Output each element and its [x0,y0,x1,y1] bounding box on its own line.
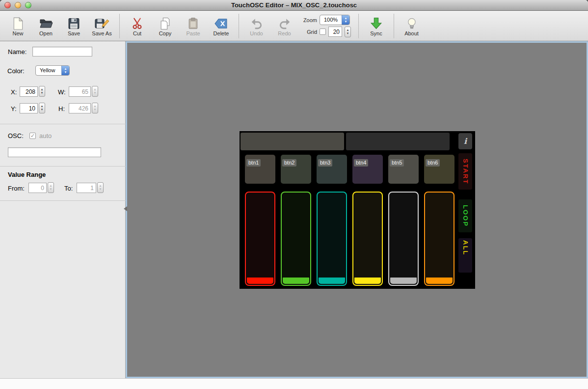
button-btn1[interactable]: btn1 [245,155,275,184]
fader-white[interactable] [388,192,419,286]
fader-teal[interactable] [317,192,347,286]
paste-button[interactable]: Paste [179,16,207,36]
from-input[interactable] [28,183,47,193]
button-btn3[interactable]: btn3 [317,155,347,184]
zoom-select[interactable]: 100% ▲ ▼ [320,15,350,25]
down-arrow-icon: ▼ [50,188,53,191]
grid-checkbox[interactable] [320,28,326,35]
h-input[interactable] [69,103,91,113]
info-button[interactable]: i [458,133,472,149]
close-button[interactable] [4,2,11,8]
cut-button[interactable]: Cut [123,16,151,36]
open-button[interactable]: Open [32,16,60,36]
down-arrow-icon: ▼ [94,91,97,95]
to-label: To: [64,185,73,192]
down-arrow-icon: ▼ [41,108,44,111]
x-stepper[interactable]: ▲ ▼ [39,86,45,97]
sync-button[interactable]: Sync [362,16,390,36]
zoom-window-button[interactable] [25,2,31,8]
toggle-all-label: ALL [462,240,469,255]
up-arrow-icon: ▲ [41,88,44,91]
save-label: Save [68,30,80,36]
y-stepper[interactable]: ▲ ▼ [39,103,45,113]
color-value: Yellow [36,66,61,75]
fader-yellow[interactable] [352,192,383,286]
osc-auto-checkbox[interactable]: ✓ [29,133,36,139]
minimize-button[interactable] [15,2,21,8]
down-arrow-icon: ▼ [347,32,349,35]
w-input[interactable] [69,86,91,97]
color-select[interactable]: Yellow ▲ ▼ [35,65,70,76]
color-select-stepper: ▲ ▼ [61,66,69,75]
divider [0,166,126,167]
fader-red[interactable] [245,192,275,286]
sync-label: Sync [370,30,382,36]
h-stepper[interactable]: ▲ ▼ [92,103,98,113]
fader-fill [319,278,345,284]
w-label: W: [58,88,66,96]
fader-green[interactable] [281,192,311,286]
save-floppy-icon [68,16,80,30]
traffic-lights [4,2,31,8]
toggle-loop[interactable]: LOOP [458,199,472,232]
osc-address-input[interactable] [8,147,101,157]
down-arrow-icon: ▼ [94,108,97,111]
touchosc-layout-panel[interactable]: i btn1 btn2 btn3 btn4 btn5 btn6 START [240,131,475,289]
toolbar: New Open Save Save As Cut [0,11,588,41]
zoom-stepper: ▲ ▼ [342,15,349,25]
button-btn6[interactable]: btn6 [424,155,454,184]
w-stepper[interactable]: ▲ ▼ [92,86,98,97]
y-input[interactable] [20,103,38,113]
fader-fill [247,278,273,284]
redo-button[interactable]: Redo [270,16,298,36]
toggle-start[interactable]: START [458,153,472,190]
layout-tab-1[interactable] [241,133,344,150]
from-stepper[interactable]: ▲ ▼ [48,182,54,193]
open-folder-icon [39,16,53,30]
grid-size-stepper[interactable]: ▲ ▼ [345,27,351,37]
fader-orange[interactable] [424,192,454,286]
fader-fill [283,278,309,284]
about-lightbulb-icon [406,16,417,30]
inspector-panel: Name: Color: Yellow ▲ ▼ X: ▲ ▼ W: ▲ ▼ [0,41,126,378]
grid-size-input[interactable] [328,27,342,37]
button-btn2[interactable]: btn2 [281,155,311,184]
cut-scissors-icon [132,16,143,30]
value-range-title: Value Range [8,171,46,178]
delete-button[interactable]: Delete [207,16,235,36]
toggle-all[interactable]: ALL [458,238,472,273]
button-label: btn2 [282,159,296,167]
save-as-floppy-pencil-icon [95,16,109,30]
sidebar-collapse-handle[interactable] [124,206,127,211]
layout-tab-2[interactable] [346,133,450,150]
save-button[interactable]: Save [60,16,88,36]
up-arrow-icon: ▲ [94,105,97,108]
button-btn4[interactable]: btn4 [352,155,383,184]
undo-button[interactable]: Undo [242,16,270,36]
new-label: New [12,30,23,36]
to-stepper[interactable]: ▲ ▼ [97,182,104,193]
to-input[interactable] [77,183,96,193]
up-arrow-icon: ▲ [64,67,67,71]
copy-button[interactable]: Copy [151,16,179,36]
main-content: Name: Color: Yellow ▲ ▼ X: ▲ ▼ W: ▲ ▼ [0,41,588,378]
button-label: btn3 [318,159,332,167]
open-label: Open [39,30,53,36]
grid-label: Grid [302,29,317,35]
sync-down-arrow-icon [371,16,382,30]
button-label: btn6 [426,159,440,167]
from-label: From: [8,185,25,192]
toggle-start-label: START [462,159,469,184]
about-button[interactable]: About [398,16,426,36]
name-input[interactable] [32,47,92,56]
save-as-button[interactable]: Save As [88,16,116,36]
new-button[interactable]: New [4,16,32,36]
divider [0,124,126,124]
editor-canvas[interactable]: i btn1 btn2 btn3 btn4 btn5 btn6 START [126,41,588,378]
down-arrow-icon: ▼ [41,91,44,95]
titlebar[interactable]: TouchOSC Editor – MIX_OSC_2.touchosc [0,0,588,11]
x-input[interactable] [20,86,38,97]
zoom-label: Zoom [302,17,317,23]
osc-label: OSC: [8,132,24,139]
button-btn5[interactable]: btn5 [388,155,419,184]
